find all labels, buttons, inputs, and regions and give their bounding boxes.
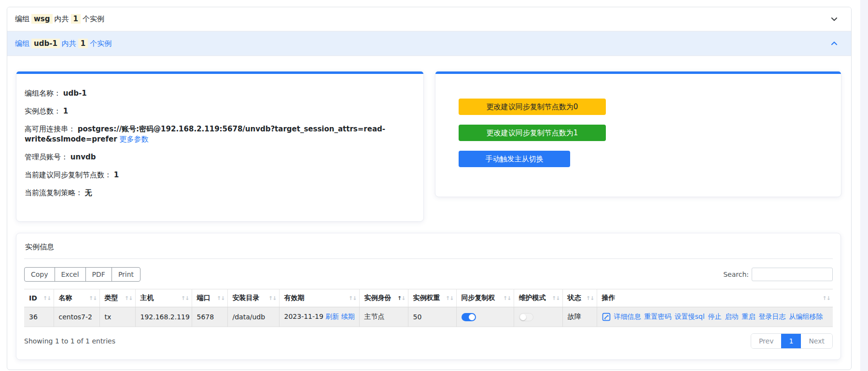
sort-arrows-icon[interactable]: ↑↓ <box>552 295 560 301</box>
sort-arrows-icon[interactable]: ↑↓ <box>349 295 356 301</box>
field-admin-account: 管理员账号： unvdb <box>25 152 413 162</box>
cell-status: 故障 <box>562 307 597 327</box>
print-button[interactable]: Print <box>112 267 140 282</box>
sort-arrows-icon[interactable]: ↑↓ <box>503 295 511 301</box>
sort-arrows-icon[interactable]: ↑↓ <box>89 295 97 301</box>
renew-link[interactable]: 续期 <box>341 313 355 320</box>
row-action-link[interactable]: 登录日志 <box>759 313 786 321</box>
group-suffix-label: 个实例 <box>83 14 104 23</box>
column-header[interactable]: 类型 ↑↓ <box>99 289 135 307</box>
field-label: 当前流复制策略： <box>25 188 83 197</box>
group-accordion: 编组wsg内共1个实例 编组udb-1内共1个实例 编组名称： udb- <box>7 7 852 370</box>
search-input[interactable] <box>752 268 833 281</box>
group-name-highlight: udb-1 <box>31 39 60 48</box>
cell-role: 主节点 <box>359 307 408 327</box>
next-page-button[interactable]: Next <box>801 334 832 348</box>
column-header[interactable]: 主机 ↑↓ <box>135 289 192 307</box>
row-action-link[interactable]: 详细信息 <box>614 313 641 321</box>
sort-arrows-icon[interactable]: ↑↓ <box>181 295 189 301</box>
edit-icon[interactable] <box>602 313 611 321</box>
group-label: 编组 <box>15 39 29 48</box>
chevron-down-icon[interactable] <box>830 15 839 24</box>
pdf-button[interactable]: PDF <box>85 267 112 282</box>
field-sync-node-count: 当前建议同步复制节点数： 1 <box>25 170 413 180</box>
cell-name: centos7-2 <box>54 307 99 327</box>
page-1-button[interactable]: 1 <box>781 334 801 348</box>
column-header[interactable]: 实例身份 ↑↓ <box>359 289 408 307</box>
sort-arrows-icon[interactable]: ↑↓ <box>586 295 594 301</box>
more-params-link[interactable]: 更多参数 <box>119 135 148 143</box>
table-search: Search: <box>723 268 833 281</box>
row-action-link[interactable]: 重置密码 <box>644 313 672 321</box>
prev-page-button[interactable]: Prev <box>751 334 782 348</box>
row-action-link[interactable]: 从编组移除 <box>789 313 823 321</box>
cell-host: 192.168.2.119 <box>135 307 192 327</box>
cell-expiry: 2023-11-19 刷新 续期 <box>279 307 359 327</box>
sort-arrows-icon[interactable]: ↑↓ <box>217 295 224 301</box>
refresh-link[interactable]: 刷新 <box>325 313 339 320</box>
expiry-date: 2023-11-19 <box>284 313 323 320</box>
field-ha-connection-string: 高可用连接串： postgres://账号:密码@192.168.2.119:5… <box>25 124 413 144</box>
group-info-card: 编组名称： udb-1 实例总数： 1 高可用连接串： postgres://账… <box>16 71 424 222</box>
column-header[interactable]: 同步复制权 ↑↓ <box>456 289 514 307</box>
instances-table: ID ↑↓ 名称 ↑↓ 类型 ↑↓ 主机 ↑↓ 端口 ↑↓ 安装目录 ↑↓ 有效… <box>24 289 833 327</box>
column-header[interactable]: 维护模式 ↑↓ <box>514 289 562 307</box>
accordion-item-wsg[interactable]: 编组wsg内共1个实例 <box>7 7 851 31</box>
set-sync-nodes-1-button[interactable]: 更改建议同步复制节点数为1 <box>459 125 606 141</box>
sort-arrows-icon[interactable]: ↑↓ <box>268 295 276 301</box>
page: 编组wsg内共1个实例 编组udb-1内共1个实例 编组名称： udb- <box>0 0 868 371</box>
column-header[interactable]: ID ↑↓ <box>24 289 54 307</box>
group-middle-label: 内共 <box>55 14 69 23</box>
accordion-item-udb-1[interactable]: 编组udb-1内共1个实例 <box>7 31 851 56</box>
instance-info-title: 实例信息 <box>24 233 833 252</box>
column-header[interactable]: 名称 ↑↓ <box>54 289 99 307</box>
copy-button[interactable]: Copy <box>24 267 55 282</box>
manual-failover-button[interactable]: 手动触发主从切换 <box>459 151 570 167</box>
chevron-up-icon[interactable] <box>830 39 839 48</box>
excel-button[interactable]: Excel <box>55 267 86 282</box>
field-label: 管理员账号： <box>25 153 68 161</box>
column-header[interactable]: 状态 ↑↓ <box>562 289 597 307</box>
pagination: Prev 1 Next <box>751 333 833 349</box>
sync-replication-toggle[interactable] <box>462 313 476 321</box>
sort-arrows-icon[interactable]: ↑↓ <box>43 295 51 301</box>
table-row: 36 centos7-2 tx 192.168.2.119 5678 /data… <box>24 307 833 327</box>
column-header[interactable]: 安装目录 ↑↓ <box>227 289 279 307</box>
group-label: 编组 <box>15 14 29 23</box>
field-label: 编组名称： <box>25 89 61 98</box>
group-count-highlight: 1 <box>78 39 88 48</box>
row-action-link[interactable]: 设置慢sql <box>675 313 705 321</box>
column-header[interactable]: 操作 ↑↓ <box>597 289 833 307</box>
row-action-link[interactable]: 重启 <box>742 313 756 321</box>
cell-maintenance-mode <box>514 307 562 327</box>
sort-arrows-icon[interactable]: ↑↓ <box>397 295 405 301</box>
page-background-strip <box>860 0 868 371</box>
field-group-name: 编组名称： udb-1 <box>25 88 413 99</box>
sort-arrows-icon[interactable]: ↑↓ <box>125 295 132 301</box>
field-label: 高可用连接串： <box>25 125 75 133</box>
divider <box>24 258 833 259</box>
field-label: 当前建议同步复制节点数： <box>25 171 112 179</box>
sort-arrows-icon[interactable]: ↑↓ <box>446 295 453 301</box>
cell-type: tx <box>99 307 135 327</box>
maintenance-mode-toggle[interactable] <box>519 313 533 321</box>
set-sync-nodes-0-button[interactable]: 更改建议同步复制节点数为0 <box>459 99 606 115</box>
accordion-title-wsg: 编组wsg内共1个实例 <box>15 14 106 24</box>
column-header[interactable]: 实例权重 ↑↓ <box>408 289 456 307</box>
field-instance-total: 实例总数： 1 <box>25 106 413 116</box>
field-value: 无 <box>85 188 92 197</box>
row-action-link[interactable]: 停止 <box>708 313 722 321</box>
field-value: 1 <box>63 107 68 115</box>
instance-info-card: 实例信息 Copy Excel PDF Print Search: <box>16 233 841 360</box>
column-header[interactable]: 端口 ↑↓ <box>192 289 227 307</box>
row-action-link[interactable]: 启动 <box>725 313 739 321</box>
sort-arrows-icon[interactable]: ↑↓ <box>823 295 830 301</box>
cell-sync-replication <box>456 307 514 327</box>
group-suffix-label: 个实例 <box>90 39 112 48</box>
column-header[interactable]: 有效期 ↑↓ <box>279 289 359 307</box>
cell-weight: 50 <box>408 307 456 327</box>
field-label: 实例总数： <box>25 107 61 115</box>
field-stream-replication-policy: 当前流复制策略： 无 <box>25 188 413 198</box>
group-middle-label: 内共 <box>62 39 76 48</box>
export-button-group: Copy Excel PDF Print <box>24 267 140 282</box>
